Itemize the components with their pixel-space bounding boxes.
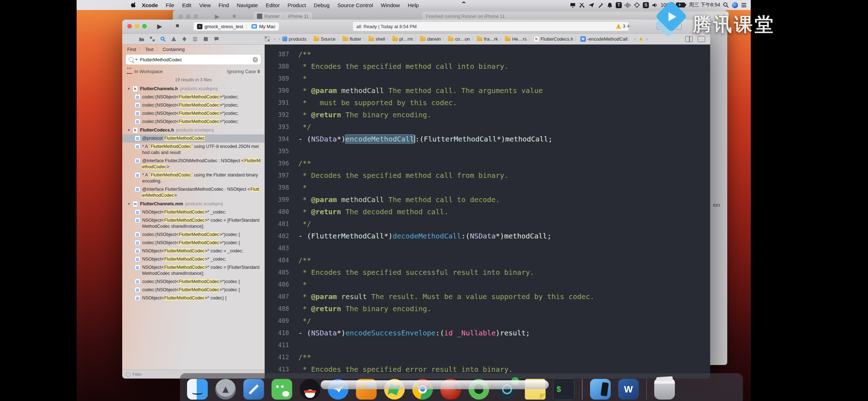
source-control-navigator-icon[interactable] <box>149 36 155 42</box>
next-issue-button[interactable]: › <box>645 36 649 42</box>
breadcrumb-darwin[interactable]: darwin <box>420 36 441 42</box>
code-line[interactable]: 393 */ <box>265 121 710 133</box>
search-input-value[interactable]: FlutterMethodCodec <box>140 57 250 62</box>
code-text[interactable]: * @param methodCall The method call to d… <box>298 194 500 206</box>
s-status-icon[interactable]: S <box>643 2 649 8</box>
spotlight-icon[interactable] <box>723 2 729 9</box>
code-text[interactable]: /** <box>298 157 311 169</box>
code-text[interactable]: * Encodes the specified successful resul… <box>298 266 534 278</box>
code-line[interactable]: 403 <box>265 242 710 254</box>
diamond-icon[interactable] <box>634 2 640 9</box>
search-result[interactable]: NSObject<FlutterMethodCodec>* _codec; <box>122 255 264 263</box>
battery-icon[interactable] <box>676 2 685 7</box>
breadcrumb-he-rs[interactable]: He…rs <box>505 36 526 42</box>
debug-navigator-icon[interactable] <box>192 36 198 42</box>
menu-navigate[interactable]: Navigate <box>233 2 262 8</box>
dock-word-icon[interactable]: W <box>618 379 639 400</box>
code-line[interactable]: 411 <box>265 339 710 351</box>
dock-simulator-icon[interactable] <box>590 379 611 400</box>
search-result[interactable]: NSObject<FlutterMethodCodec>* codec = _c… <box>122 247 264 255</box>
breadcrumb--encodemethodcall-[interactable]: M-encodeMethodCall: <box>580 36 629 42</box>
search-result[interactable]: codec:(NSObject<FlutterMethodCodec>*)cod… <box>122 231 264 239</box>
search-result[interactable]: NSObject<FlutterMethodCodec>* codec) { <box>122 294 264 302</box>
code-line[interactable]: 387/** <box>265 48 710 60</box>
tool-icon[interactable] <box>597 2 604 9</box>
zoom-button[interactable] <box>142 24 147 29</box>
code-text[interactable]: * must be supported by this codec. <box>298 97 457 109</box>
breadcrumb-flutter[interactable]: flutter <box>342 36 361 42</box>
code-line[interactable]: 408 * @return The binary encoding. <box>265 303 710 315</box>
run-button[interactable]: ▶ <box>157 22 162 30</box>
add-editor-icon[interactable] <box>698 36 705 42</box>
code-text[interactable]: * @return The binary encoding. <box>298 109 431 121</box>
overlay-collapse-chevron-icon[interactable]: ⌃ <box>461 1 469 8</box>
source-editor[interactable]: 387/**388 * Encodes the specified method… <box>265 45 710 379</box>
test-navigator-icon[interactable] <box>181 36 187 42</box>
menu-help[interactable]: Help <box>404 2 423 8</box>
siri-icon[interactable] <box>732 2 738 8</box>
menu-product[interactable]: Product <box>284 2 310 8</box>
code-text[interactable]: * <box>298 72 307 84</box>
warning-counter[interactable]: 3 <box>616 24 625 29</box>
clear-search-button[interactable]: ✕ <box>253 57 258 62</box>
dock-xcode-icon[interactable] <box>243 379 264 400</box>
code-line[interactable]: 394- (NSData*)encodeMethodCall:(FlutterM… <box>265 133 710 145</box>
volume-icon[interactable] <box>651 2 658 9</box>
search-options-chevron-icon[interactable] <box>135 59 138 61</box>
code-line[interactable]: 390 * @param methodCall The method call.… <box>265 84 710 97</box>
code-text[interactable]: * @param result The result. Must be a va… <box>298 291 594 303</box>
search-result[interactable]: NSObject<FlutterMethodCodec>* _codec; <box>122 208 264 216</box>
search-result[interactable]: codec:(NSObject<FlutterMethodCodec>*)cod… <box>122 93 264 101</box>
code-text[interactable]: /** <box>298 351 311 363</box>
code-line[interactable]: 399 * @param methodCall The method call … <box>265 194 710 206</box>
dock-trash-icon[interactable] <box>654 379 675 400</box>
menu-editor[interactable]: Editor <box>262 2 284 8</box>
code-line[interactable]: 406 * <box>265 278 710 291</box>
search-result[interactable]: @interface FlutterJSONMethodCodec : NSOb… <box>122 157 264 171</box>
code-line[interactable]: 407 * @param result The result. Must be … <box>265 291 710 303</box>
dock-wechat-icon[interactable] <box>272 379 292 400</box>
report-navigator-icon[interactable] <box>213 36 219 42</box>
code-text[interactable]: * <box>298 278 307 291</box>
scissors-icon[interactable] <box>579 2 585 9</box>
menu-edit[interactable]: Edit <box>178 2 195 8</box>
adjust-editor-icon[interactable] <box>685 36 693 42</box>
scheme-selector[interactable]: A gmock_stress_test 〉 My Mac <box>193 22 279 31</box>
background-traffic-lights[interactable] <box>179 14 198 19</box>
code-text[interactable]: * @return The binary encoding. <box>298 303 431 315</box>
code-line[interactable]: 412/** <box>265 351 710 363</box>
code-text[interactable]: */ <box>298 218 311 230</box>
breadcrumb-fra-rk[interactable]: fra…rk <box>477 36 498 42</box>
code-line[interactable]: 396/** <box>265 157 710 169</box>
search-result[interactable]: NSObject<FlutterMethodCodec>* codec = [F… <box>122 216 264 231</box>
t-status-icon[interactable]: T <box>616 2 622 8</box>
code-text[interactable]: - (NSData*)encodeSuccessEnvelope:(id _Nu… <box>298 327 530 339</box>
background-scheme-selector[interactable]: Runner 〉 iPhone 11 <box>253 12 312 20</box>
dock-finder-icon[interactable] <box>187 379 208 400</box>
result-file-header[interactable]: ▼hFlutterChannels.hproducts.xcodeproj <box>122 84 264 93</box>
code-line[interactable]: 389 * <box>265 72 710 84</box>
scope-containing[interactable]: Containing <box>162 47 185 52</box>
code-line[interactable]: 405 * Encodes the specified successful r… <box>265 266 710 278</box>
breadcrumb-co-on[interactable]: co…on <box>448 36 470 42</box>
menu-find[interactable]: Find <box>215 2 233 8</box>
search-result[interactable]: codec:(NSObject<FlutterMethodCodec>*)cod… <box>122 239 264 247</box>
search-result[interactable]: codec:(NSObject<FlutterMethodCodec>*)cod… <box>122 278 264 286</box>
stop-button[interactable]: ■ <box>176 22 179 29</box>
breadcrumb-shell[interactable]: shell <box>368 36 385 42</box>
code-text[interactable]: /** <box>298 48 311 60</box>
menu-file[interactable]: File <box>162 2 178 8</box>
search-result[interactable]: * A `FlutterMethodCodec` using the Flutt… <box>122 171 264 185</box>
code-text[interactable]: * @param methodCall The method call. The… <box>298 84 543 97</box>
code-text[interactable]: */ <box>298 121 311 133</box>
result-file-header[interactable]: ▼hFlutterCodecs.hproducts.xcodeproj <box>122 126 264 134</box>
breadcrumb-pl-rm[interactable]: pl…rm <box>392 36 413 42</box>
back-button[interactable]: ‹ <box>273 36 277 42</box>
dock-launchpad-icon[interactable]: ▲ <box>215 379 236 400</box>
close-button[interactable] <box>127 24 132 29</box>
search-field[interactable]: FlutterMethodCodec ✕ <box>126 55 261 65</box>
disclosure-triangle-icon[interactable]: ▼ <box>127 87 130 91</box>
search-result[interactable]: * A `FlutterMethodCodec` using UTF-8 enc… <box>122 143 264 157</box>
forward-button[interactable]: › <box>278 36 281 42</box>
search-result[interactable]: codec:(NSObject<FlutterMethodCodec>*)cod… <box>122 109 264 118</box>
